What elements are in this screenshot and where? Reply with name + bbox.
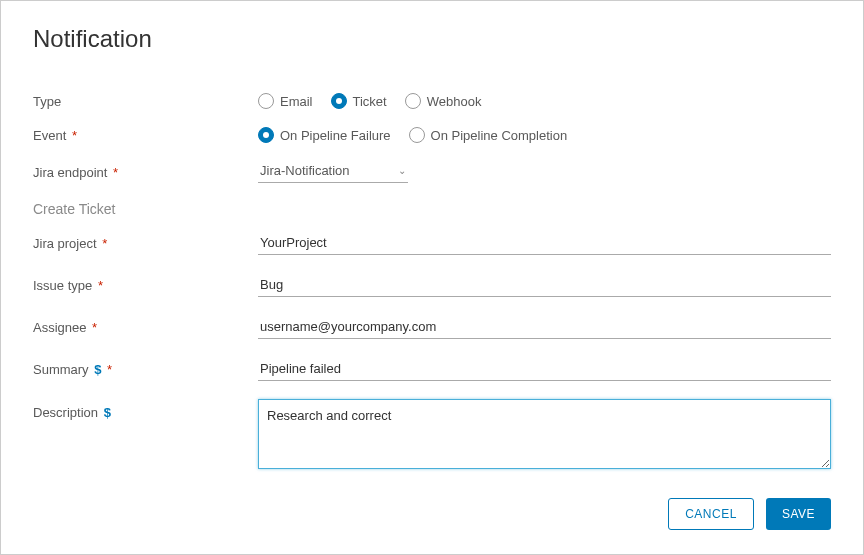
jira-endpoint-row: Jira endpoint * Jira-Notification ⌄ (33, 161, 831, 183)
event-label-text: Event (33, 128, 66, 143)
required-icon: * (92, 320, 97, 335)
radio-icon (409, 127, 425, 143)
type-webhook-option[interactable]: Webhook (405, 93, 482, 109)
jira-endpoint-value: Jira-Notification (260, 163, 350, 178)
variable-icon: $ (104, 405, 111, 420)
assignee-label-text: Assignee (33, 320, 86, 335)
jira-project-input[interactable] (258, 231, 831, 255)
jira-endpoint-label-text: Jira endpoint (33, 165, 107, 180)
radio-icon (331, 93, 347, 109)
event-completion-label: On Pipeline Completion (431, 128, 568, 143)
required-icon: * (107, 362, 112, 377)
footer-actions: CANCEL SAVE (668, 498, 831, 530)
issue-type-row: Issue type * (33, 273, 831, 297)
description-row: Description $ (33, 399, 831, 472)
radio-icon (405, 93, 421, 109)
create-ticket-header: Create Ticket (33, 201, 831, 217)
chevron-down-icon: ⌄ (398, 165, 406, 176)
event-row: Event * On Pipeline Failure On Pipeline … (33, 127, 831, 143)
jira-endpoint-select[interactable]: Jira-Notification ⌄ (258, 161, 408, 183)
assignee-label: Assignee * (33, 320, 258, 335)
event-label: Event * (33, 128, 258, 143)
description-textarea[interactable] (258, 399, 831, 469)
variable-icon: $ (94, 362, 101, 377)
type-row: Type Email Ticket Webhook (33, 93, 831, 109)
assignee-row: Assignee * (33, 315, 831, 339)
notification-panel: Notification Type Email Ticket Webhook E… (0, 0, 864, 555)
jira-project-label: Jira project * (33, 236, 258, 251)
type-email-label: Email (280, 94, 313, 109)
event-completion-option[interactable]: On Pipeline Completion (409, 127, 568, 143)
radio-icon (258, 93, 274, 109)
required-icon: * (98, 278, 103, 293)
event-radio-group: On Pipeline Failure On Pipeline Completi… (258, 127, 567, 143)
page-title: Notification (33, 25, 831, 53)
jira-project-label-text: Jira project (33, 236, 97, 251)
assignee-input[interactable] (258, 315, 831, 339)
required-icon: * (72, 128, 77, 143)
issue-type-label: Issue type * (33, 278, 258, 293)
type-label: Type (33, 94, 258, 109)
required-icon: * (113, 165, 118, 180)
description-label: Description $ (33, 399, 258, 420)
type-webhook-label: Webhook (427, 94, 482, 109)
type-ticket-option[interactable]: Ticket (331, 93, 387, 109)
issue-type-input[interactable] (258, 273, 831, 297)
jira-endpoint-label: Jira endpoint * (33, 165, 258, 180)
type-email-option[interactable]: Email (258, 93, 313, 109)
event-failure-label: On Pipeline Failure (280, 128, 391, 143)
summary-input[interactable] (258, 357, 831, 381)
radio-icon (258, 127, 274, 143)
description-label-text: Description (33, 405, 98, 420)
cancel-button[interactable]: CANCEL (668, 498, 754, 530)
summary-row: Summary $ * (33, 357, 831, 381)
type-ticket-label: Ticket (353, 94, 387, 109)
type-radio-group: Email Ticket Webhook (258, 93, 481, 109)
jira-project-row: Jira project * (33, 231, 831, 255)
required-icon: * (102, 236, 107, 251)
issue-type-label-text: Issue type (33, 278, 92, 293)
summary-label: Summary $ * (33, 362, 258, 377)
summary-label-text: Summary (33, 362, 89, 377)
event-failure-option[interactable]: On Pipeline Failure (258, 127, 391, 143)
save-button[interactable]: SAVE (766, 498, 831, 530)
